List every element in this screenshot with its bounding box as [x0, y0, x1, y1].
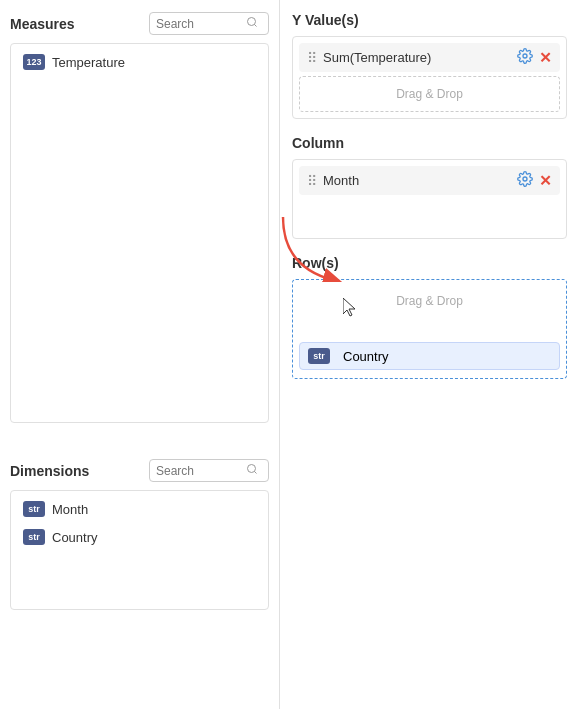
sum-temperature-label: Sum(Temperature)	[323, 50, 431, 65]
dimensions-section: Dimensions str Month str Country	[10, 459, 269, 610]
dimensions-header: Dimensions	[10, 459, 269, 482]
y-values-drop-zone[interactable]: ⠿ Sum(Temperature) ✕ Drag & Drop	[292, 36, 567, 119]
country-row-chip: str Country	[299, 342, 560, 370]
month-close-icon[interactable]: ✕	[539, 172, 552, 190]
measures-section: Measures 123 Temperature	[10, 12, 269, 439]
drag-arrow-svg	[273, 212, 383, 282]
sum-temperature-actions: ✕	[517, 48, 552, 67]
left-panel: Measures 123 Temperature Dimensions	[0, 0, 280, 709]
dimensions-search-box[interactable]	[149, 459, 269, 482]
rows-drop-zone[interactable]: Drag & Drop str Country	[292, 279, 567, 379]
measures-search-input[interactable]	[156, 17, 246, 31]
sum-temperature-close-icon[interactable]: ✕	[539, 49, 552, 67]
temperature-label: Temperature	[52, 55, 125, 70]
rows-section: Row(s) Drag & Drop str Country	[292, 255, 567, 697]
month-chip-label: Month	[323, 173, 359, 188]
month-gear-icon[interactable]	[517, 171, 533, 190]
y-values-section: Y Value(s) ⠿ Sum(Temperature) ✕	[292, 12, 567, 119]
svg-line-1	[254, 24, 256, 26]
measures-search-box[interactable]	[149, 12, 269, 35]
month-label: Month	[52, 502, 88, 517]
dimensions-search-icon	[246, 463, 258, 478]
measures-title: Measures	[10, 16, 75, 32]
month-chip: ⠿ Month ✕	[299, 166, 560, 195]
dimensions-title: Dimensions	[10, 463, 89, 479]
right-panel: Y Value(s) ⠿ Sum(Temperature) ✕	[280, 0, 579, 709]
measures-list: 123 Temperature	[10, 43, 269, 423]
country-row-label: Country	[343, 349, 389, 364]
rows-drag-drop-label: Drag & Drop	[299, 286, 560, 312]
month-drag-handle[interactable]: ⠿	[307, 173, 317, 189]
sum-temperature-gear-icon[interactable]	[517, 48, 533, 67]
month-chip-left: ⠿ Month	[307, 173, 359, 189]
svg-point-2	[248, 465, 256, 473]
sum-temperature-drag-handle[interactable]: ⠿	[307, 50, 317, 66]
sum-temperature-left: ⠿ Sum(Temperature)	[307, 50, 431, 66]
svg-point-5	[523, 177, 527, 181]
temperature-badge: 123	[23, 54, 45, 70]
column-title: Column	[292, 135, 567, 151]
svg-point-4	[523, 54, 527, 58]
dimensions-search-input[interactable]	[156, 464, 246, 478]
dimension-item-month[interactable]: str Month	[15, 495, 264, 523]
cursor-svg	[343, 298, 357, 318]
sum-temperature-chip: ⠿ Sum(Temperature) ✕	[299, 43, 560, 72]
measures-header: Measures	[10, 12, 269, 35]
svg-marker-7	[343, 298, 355, 316]
dimensions-list: str Month str Country	[10, 490, 269, 610]
month-badge: str	[23, 501, 45, 517]
svg-point-0	[248, 18, 256, 26]
measure-item-temperature[interactable]: 123 Temperature	[15, 48, 264, 76]
y-values-drag-drop[interactable]: Drag & Drop	[299, 76, 560, 112]
country-label: Country	[52, 530, 98, 545]
country-badge: str	[23, 529, 45, 545]
y-values-title: Y Value(s)	[292, 12, 567, 28]
country-row-badge: str	[308, 348, 330, 364]
dimension-item-country[interactable]: str Country	[15, 523, 264, 551]
svg-line-3	[254, 471, 256, 473]
month-actions: ✕	[517, 171, 552, 190]
measures-search-icon	[246, 16, 258, 31]
